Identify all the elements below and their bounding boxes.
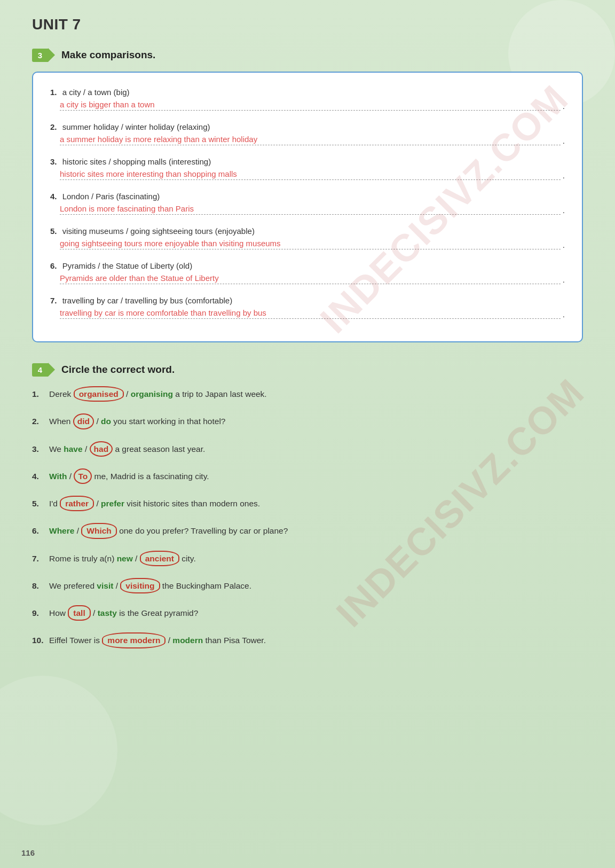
- circle-item-2-number: 2.: [32, 415, 49, 427]
- circle-item-3: 3. We have / had a great season last yea…: [32, 441, 583, 457]
- comp-item-5-answer-line: going sightseeing tours more enjoyable t…: [60, 239, 565, 249]
- comp-item-1-period: .: [563, 101, 565, 111]
- comp-item-4: 4. London / Paris (fascinating) London i…: [50, 192, 565, 215]
- comp-item-1-question: 1. a city / a town (big): [50, 88, 565, 97]
- section3-title: Make comparisons.: [61, 49, 155, 61]
- section4-badge-arrow: [48, 363, 55, 377]
- circle-item-6: 6. Where / Which one do you prefer? Trav…: [32, 523, 583, 538]
- comp-item-7: 7. travelling by car / travelling by bus…: [50, 296, 565, 319]
- comp-item-6-period: .: [563, 275, 565, 284]
- comp-item-1-answer-line: a city is bigger than a town .: [60, 100, 565, 111]
- section3-badge-arrow: [48, 48, 55, 62]
- comp-item-1-number: 1.: [50, 88, 57, 97]
- comp-item-4-question: 4. London / Paris (fascinating): [50, 192, 565, 201]
- comp-item-6-question: 6. Pyramids / the Statue of Liberty (old…: [50, 261, 565, 270]
- circle-item-1-number: 1.: [32, 388, 49, 400]
- comp-item-4-answer-line: London is more fascinating than Paris .: [60, 204, 565, 215]
- comp-item-7-number: 7.: [50, 296, 57, 305]
- comp-item-1-answer: a city is bigger than a town: [60, 100, 561, 111]
- comp-item-3-question: 3. historic sites / shopping malls (inte…: [50, 157, 565, 166]
- circle-item-8: 8. We prefered visit / visiting the Buck…: [32, 578, 583, 593]
- circle-item-5: 5. I'd rather / prefer visit historic si…: [32, 496, 583, 511]
- section4-badge: 4: [32, 363, 55, 377]
- circle-item-6-content: Where / Which one do you prefer? Travell…: [49, 523, 583, 538]
- comp-item-7-period: .: [563, 310, 565, 319]
- circle-item-9-content: How tall / tasty is the Great pyramid?: [49, 605, 583, 621]
- circle-item-7-number: 7.: [32, 552, 49, 565]
- circle-item-3-number: 3.: [32, 443, 49, 455]
- comp-item-7-question: 7. travelling by car / travelling by bus…: [50, 296, 565, 305]
- comp-item-4-answer: London is more fascinating than Paris: [60, 204, 561, 215]
- circle-item-4-content: With / To me, Madrid is a fascinating ci…: [49, 468, 583, 484]
- comparisons-box: 1. a city / a town (big) a city is bigge…: [32, 72, 583, 342]
- circle-item-5-number: 5.: [32, 497, 49, 510]
- circle-item-10-number: 10.: [32, 634, 49, 646]
- comp-item-5-period: .: [563, 240, 565, 249]
- comp-item-5-number: 5.: [50, 226, 57, 236]
- comp-item-7-answer-line: travelling by car is more comfortable th…: [60, 308, 565, 319]
- circle-item-4-number: 4.: [32, 470, 49, 482]
- unit-title: UNIT 7: [32, 16, 583, 33]
- comp-item-2: 2. summer holiday / winter holiday (rela…: [50, 122, 565, 145]
- section3-badge-number: 3: [32, 49, 48, 62]
- comp-item-6-answer: Pyramids are older than the Statue of Li…: [60, 273, 561, 284]
- comp-item-4-number: 4.: [50, 192, 57, 201]
- comp-item-1-text: a city / a town (big): [62, 88, 130, 97]
- circle-word-more-modern: more modern: [102, 632, 165, 648]
- circle-item-1-content: Derek organised / organising a trip to J…: [49, 386, 583, 402]
- comp-item-5: 5. visiting museums / going sightseeing …: [50, 226, 565, 249]
- comp-item-2-answer-line: a summer holiday is more relaxing than a…: [60, 135, 565, 145]
- circle-item-5-content: I'd rather / prefer visit historic sites…: [49, 496, 583, 511]
- section4-badge-number: 4: [32, 363, 48, 377]
- circle-item-10-content: Eiffel Tower is more modern / modern tha…: [49, 632, 583, 648]
- circle-section: 1. Derek organised / organising a trip t…: [32, 386, 583, 648]
- circle-item-7-content: Rome is truly a(n) new / ancient city.: [49, 551, 583, 566]
- comp-item-4-period: .: [563, 206, 565, 215]
- section4-header: 4 Circle the correct word.: [32, 363, 583, 377]
- circle-word-tall: tall: [68, 605, 90, 621]
- comp-item-5-answer: going sightseeing tours more enjoyable t…: [60, 239, 561, 249]
- comp-item-3-period: .: [563, 171, 565, 180]
- comp-item-3-answer-line: historic sites more interesting than sho…: [60, 169, 565, 180]
- comp-item-6-text: Pyramids / the Statue of Liberty (old): [62, 261, 192, 270]
- circle-item-2-content: When did / do you start working in that …: [49, 413, 583, 429]
- comp-item-5-text: visiting museums / going sightseeing tou…: [62, 226, 255, 236]
- circle-word-ancient: ancient: [140, 551, 179, 566]
- comp-item-1: 1. a city / a town (big) a city is bigge…: [50, 88, 565, 111]
- circle-item-8-content: We prefered visit / visiting the Bucking…: [49, 578, 583, 593]
- comp-item-3: 3. historic sites / shopping malls (inte…: [50, 157, 565, 180]
- comp-item-2-text: summer holiday / winter holiday (relaxin…: [62, 122, 210, 131]
- comp-item-6-number: 6.: [50, 261, 57, 270]
- circle-item-3-content: We have / had a great season last year.: [49, 441, 583, 457]
- circle-item-7: 7. Rome is truly a(n) new / ancient city…: [32, 551, 583, 566]
- comp-item-2-period: .: [563, 136, 565, 145]
- circle-word-had: had: [90, 441, 113, 457]
- circle-item-6-number: 6.: [32, 525, 49, 537]
- comp-item-2-question: 2. summer holiday / winter holiday (rela…: [50, 122, 565, 131]
- comp-item-7-text: travelling by car / travelling by bus (c…: [62, 296, 232, 305]
- comp-item-6-answer-line: Pyramids are older than the Statue of Li…: [60, 273, 565, 284]
- comp-item-2-number: 2.: [50, 122, 57, 131]
- comp-item-3-number: 3.: [50, 157, 57, 166]
- page-number: 116: [21, 848, 35, 857]
- comp-item-6: 6. Pyramids / the Statue of Liberty (old…: [50, 261, 565, 284]
- comp-item-3-text: historic sites / shopping malls (interes…: [62, 157, 211, 166]
- circle-item-1: 1. Derek organised / organising a trip t…: [32, 386, 583, 402]
- circle-word-organised: organised: [74, 386, 124, 402]
- comp-item-4-text: London / Paris (fascinating): [62, 192, 160, 201]
- section4-title: Circle the correct word.: [61, 364, 175, 376]
- circle-item-2: 2. When did / do you start working in th…: [32, 413, 583, 429]
- circle-word-rather: rather: [60, 496, 94, 511]
- circle-item-8-number: 8.: [32, 580, 49, 592]
- circle-word-which: Which: [81, 523, 117, 538]
- circle-item-10: 10. Eiffel Tower is more modern / modern…: [32, 632, 583, 648]
- comp-item-5-question: 5. visiting museums / going sightseeing …: [50, 226, 565, 236]
- comp-item-3-answer: historic sites more interesting than sho…: [60, 169, 561, 180]
- circle-item-9: 9. How tall / tasty is the Great pyramid…: [32, 605, 583, 621]
- section3-badge: 3: [32, 48, 55, 62]
- circle-item-9-number: 9.: [32, 607, 49, 619]
- section3-header: 3 Make comparisons.: [32, 48, 583, 62]
- circle-word-to: To: [74, 468, 92, 484]
- comp-item-7-answer: travelling by car is more comfortable th…: [60, 308, 561, 319]
- comp-item-2-answer: a summer holiday is more relaxing than a…: [60, 135, 561, 145]
